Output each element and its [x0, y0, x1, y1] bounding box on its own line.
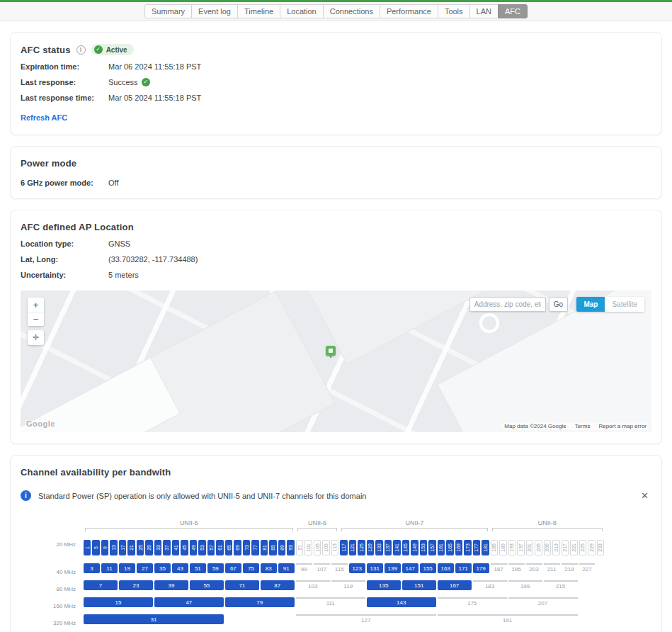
channel-number: 179: [476, 565, 485, 572]
tab-connections[interactable]: Connections: [323, 4, 380, 18]
channel-cell-131: 131: [367, 563, 383, 573]
tab-performance[interactable]: Performance: [380, 4, 438, 18]
channel-number: 117: [341, 543, 346, 551]
info-icon[interactable]: i: [76, 45, 86, 55]
channel-number: 139: [388, 565, 397, 572]
channel-cell-221: 221: [570, 540, 577, 555]
channel-cell-207: 207: [508, 597, 578, 609]
channel-number: 229: [589, 543, 594, 552]
report-map-error-link[interactable]: Report a map error: [598, 423, 647, 429]
channel-number: 209: [545, 543, 549, 552]
tab-location[interactable]: Location: [280, 4, 324, 18]
channel-number: 165: [448, 543, 452, 552]
banner-text: Standard Power (SP) operation is only al…: [38, 492, 366, 500]
tab-lan[interactable]: LAN: [469, 4, 499, 18]
channel-cell-71: 71: [225, 580, 259, 590]
row-axis: 72339557187103119135151167183199215: [83, 580, 605, 597]
field-label: Expiration time:: [21, 62, 108, 71]
tab-timeline[interactable]: Timeline: [237, 4, 280, 18]
unii-band-label: UNII-7: [339, 519, 489, 526]
channel-availability-title: Channel availability per bandwith: [21, 467, 171, 478]
check-icon: ✓: [142, 78, 150, 86]
channel-cell-173: 173: [464, 540, 471, 555]
channel-number: 143: [397, 599, 406, 606]
locate-button[interactable]: ✛: [28, 330, 44, 345]
unii-band-bracket: [85, 528, 293, 531]
field-label: Last response:: [21, 78, 108, 86]
map-parcel: [437, 290, 651, 432]
address-search-input[interactable]: [469, 297, 546, 312]
channel-number: 175: [467, 600, 477, 606]
field-value: 5 meters: [108, 271, 139, 279]
status-badge-label: Active: [106, 46, 127, 54]
channel-number: 81: [262, 545, 267, 551]
channel-cell-171: 171: [455, 563, 472, 573]
channel-cell-109: 109: [322, 540, 329, 555]
map-view-button[interactable]: Map: [576, 297, 605, 312]
unii-band-label: UNII-8: [490, 519, 605, 526]
channel-cell-31: 31: [84, 614, 224, 624]
zoom-in-button[interactable]: +: [28, 298, 44, 312]
channel-cell-219: 219: [562, 563, 578, 575]
channel-cell-41: 41: [172, 540, 179, 555]
field-value: (33.703282, -117.734488): [108, 255, 198, 264]
field-value: Mar 05 2024 11:55:18 PST: [108, 94, 201, 102]
satellite-view-button[interactable]: Satellite: [605, 297, 644, 312]
channel-cell-21: 21: [127, 540, 135, 555]
row-label: 80 MHz: [21, 586, 83, 592]
channel-number: 205: [536, 543, 541, 552]
field-row: Lat, Long:(33.703282, -117.734488): [21, 255, 651, 264]
channel-cell-59: 59: [207, 563, 224, 573]
channel-number: 199: [520, 583, 530, 589]
channel-cell-23: 23: [119, 580, 153, 590]
go-button[interactable]: Go: [549, 297, 568, 312]
channel-cell-93: 93: [287, 540, 294, 555]
channel-number: 19: [124, 565, 130, 572]
map-attribution: Map data ©2024 Google Terms Report a map…: [502, 422, 649, 430]
row-axis: 1591317212529333741454953576165697377818…: [83, 540, 605, 555]
channel-number: 53: [200, 545, 205, 551]
tab-afc[interactable]: AFC: [498, 4, 528, 18]
channel-cell-1: 1: [84, 540, 91, 555]
map[interactable]: + − ✛ Go Map Satellite Google Map data ©…: [21, 290, 651, 432]
channel-cell-217: 217: [562, 540, 569, 555]
ap-location-marker[interactable]: [326, 346, 336, 356]
channel-number: 85: [270, 545, 275, 551]
channel-cell-229: 229: [588, 540, 595, 555]
channel-cell-123: 123: [349, 563, 365, 573]
channel-cell-103: 103: [296, 580, 330, 592]
channel-number: 15: [115, 599, 122, 606]
tab-summary[interactable]: Summary: [144, 4, 192, 18]
channel-number: 197: [518, 543, 523, 552]
zoom-out-button[interactable]: −: [28, 312, 44, 326]
channel-number: 25: [138, 545, 143, 551]
close-icon[interactable]: ✕: [638, 490, 651, 501]
channel-cell-117: 117: [340, 540, 347, 555]
field-row: Uncertainty:5 meters: [21, 271, 651, 279]
tab-tools[interactable]: Tools: [438, 4, 470, 18]
channel-cell-133: 133: [375, 540, 382, 555]
channel-number: 47: [186, 599, 192, 606]
refresh-afc-button[interactable]: Refresh AFC: [21, 113, 67, 122]
field-value: GNSS: [108, 239, 130, 248]
channel-cell-141: 141: [393, 540, 400, 555]
channel-cell-233: 233: [597, 540, 604, 555]
channel-chart: UNII-5UNII-6UNII-7UNII-820 MHz1591317212…: [21, 519, 651, 631]
channel-number: 79: [256, 599, 263, 606]
channel-cell-53: 53: [198, 540, 205, 555]
channel-cell-157: 157: [428, 540, 435, 555]
channel-number: 13: [111, 545, 116, 551]
sp-info-banner: i Standard Power (SP) operation is only …: [21, 490, 651, 501]
channel-cell-111: 111: [296, 597, 365, 609]
channel-number: 75: [248, 565, 254, 572]
status-badge: ✓ Active: [91, 44, 134, 55]
channel-cell-27: 27: [137, 563, 153, 573]
channel-number: 147: [405, 565, 414, 572]
channel-number: 191: [503, 617, 512, 623]
field-row: Last response:Success✓: [21, 78, 651, 86]
chart-row: 160 MHz154779111143175207: [21, 597, 651, 614]
tab-event-log[interactable]: Event log: [191, 4, 238, 18]
channel-number: 217: [562, 543, 567, 552]
channel-number: 133: [377, 543, 382, 552]
terms-link[interactable]: Terms: [575, 423, 591, 429]
